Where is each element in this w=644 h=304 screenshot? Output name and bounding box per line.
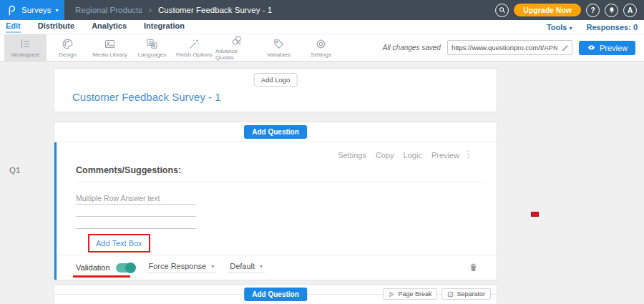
nav-tabs: Edit Distribute Analytics Integration [0, 21, 185, 33]
responses-count[interactable]: Responses: 0 [586, 23, 638, 31]
tab-distribute[interactable]: Distribute [38, 21, 74, 33]
toolbar-right: All changes saved Preview [383, 34, 644, 61]
trash-icon [469, 263, 478, 273]
topbar-actions: Upgrade Now ? A [495, 4, 644, 17]
notifications-button[interactable] [605, 4, 618, 17]
autosave-status: All changes saved [383, 44, 441, 52]
breadcrumb-current-survey: Customer Feedback Survey - 1 [158, 6, 272, 14]
add-logo-button[interactable]: Add Logo [254, 73, 298, 87]
survey-nav: Edit Distribute Analytics Integration To… [0, 20, 644, 34]
toolbar-item-finish-options[interactable]: Finish Options [173, 34, 215, 61]
next-section-strip: Add Question Page Break Separator [54, 284, 497, 304]
questionpro-logo-icon [6, 4, 17, 16]
chevron-down-icon: ▾ [56, 7, 59, 14]
add-question-button-bottom[interactable]: Add Question [244, 288, 307, 301]
editor-toolbar: Workspace Design Media Library Languages… [0, 34, 644, 62]
tag-icon [273, 38, 285, 50]
breadcrumb: Regional Products › Customer Feedback Su… [75, 5, 272, 15]
more-options-icon[interactable]: ⋮ [464, 149, 473, 160]
question-block: Settings Copy Logic Preview ⋮ Comments/S… [54, 142, 497, 280]
chevron-down-icon: ▾ [569, 25, 572, 31]
survey-title[interactable]: Customer Feedback Survey - 1 [72, 91, 221, 103]
chevron-down-icon: ▾ [260, 263, 263, 270]
gear-icon [315, 38, 327, 50]
answer-line[interactable] [76, 205, 196, 217]
survey-url-input[interactable] [448, 44, 561, 52]
toolbar-item-languages[interactable]: Languages [131, 34, 173, 61]
tab-analytics[interactable]: Analytics [92, 21, 127, 33]
preview-button[interactable]: Preview [579, 41, 635, 55]
question-preview-link[interactable]: Preview [431, 151, 459, 160]
question-action-menu: Settings Copy Logic Preview [338, 151, 459, 160]
tab-edit[interactable]: Edit [6, 21, 21, 33]
search-icon [499, 6, 506, 14]
toolbar-item-media-library[interactable]: Media Library [89, 34, 131, 61]
help-button[interactable]: ? [586, 4, 600, 17]
tab-integration[interactable]: Integration [144, 21, 185, 33]
question-prompt[interactable]: Comments/Suggestions: [76, 165, 181, 175]
edit-pencil-icon[interactable] [561, 44, 570, 52]
survey-url-field [447, 40, 572, 55]
toolbar-item-workspace[interactable]: Workspace [4, 34, 47, 61]
toolbar-item-settings[interactable]: Settings [300, 34, 342, 61]
breadcrumb-folder[interactable]: Regional Products [75, 6, 142, 14]
red-annotation-marker [531, 212, 539, 217]
translate-icon [146, 38, 158, 50]
question-footer: Validation Force Response ▾ Default ▾ [57, 255, 497, 280]
breadcrumb-separator: › [149, 5, 152, 15]
multirow-answer-area[interactable]: Multiple Row Answer text [76, 192, 196, 229]
avatar[interactable]: A [623, 4, 637, 17]
nav-right: Tools ▾ Responses: 0 [547, 23, 644, 31]
wand-icon [188, 38, 200, 50]
workspace-icon [19, 38, 31, 50]
add-question-button-top[interactable]: Add Question [244, 125, 307, 139]
add-question-strip: Add Question [54, 122, 497, 142]
question-number: Q1 [9, 166, 20, 175]
answer-line-placeholder[interactable]: Multiple Row Answer text [76, 192, 196, 205]
section-options: Page Break Separator [383, 288, 491, 300]
separator-button[interactable]: Separator [441, 288, 491, 300]
validation-control: Validation [76, 263, 135, 273]
surveys-menu-label: Surveys [21, 6, 52, 14]
surveys-menu[interactable]: Surveys ▾ [0, 0, 64, 20]
delete-question-button[interactable] [469, 263, 478, 273]
chevron-down-icon: ▾ [211, 263, 214, 270]
upgrade-now-button[interactable]: Upgrade Now [514, 4, 581, 16]
toolbar-item-advance-quotas[interactable]: Advance Quotas [215, 34, 258, 61]
links-icon [230, 34, 243, 46]
validation-toggle[interactable] [116, 263, 135, 273]
question-section-card: Add Question Settings Copy Logic Preview… [54, 122, 497, 280]
survey-header-card: Add Logo Customer Feedback Survey - 1 [54, 68, 497, 112]
toolbar-item-variables[interactable]: Variables [258, 34, 300, 61]
toolbar-items: Workspace Design Media Library Languages… [0, 34, 342, 61]
force-response-dropdown[interactable]: Force Response ▾ [147, 262, 217, 273]
tools-menu[interactable]: Tools ▾ [547, 23, 572, 31]
eye-icon [587, 44, 596, 52]
scissors-icon [389, 291, 395, 298]
validation-annotation-underline [73, 275, 130, 278]
search-button[interactable] [495, 4, 509, 17]
question-settings-link[interactable]: Settings [338, 151, 366, 160]
palette-icon [62, 38, 74, 50]
page-break-button[interactable]: Page Break [383, 288, 437, 300]
top-bar: Surveys ▾ Regional Products › Customer F… [0, 0, 644, 20]
answer-line[interactable] [76, 217, 196, 229]
checkbox-icon [447, 291, 454, 298]
question-copy-link[interactable]: Copy [376, 151, 394, 160]
bell-icon [608, 6, 615, 14]
toggle-knob-icon [125, 263, 136, 273]
toolbar-item-design[interactable]: Design [47, 34, 89, 61]
question-divider [74, 182, 486, 182]
validation-label: Validation [76, 263, 110, 272]
question-logic-link[interactable]: Logic [404, 151, 422, 160]
add-text-box-annotation-box: Add Text Box [88, 234, 150, 252]
image-icon [104, 38, 116, 50]
default-validation-dropdown[interactable]: Default ▾ [228, 262, 265, 273]
add-text-box-link[interactable]: Add Text Box [89, 235, 149, 251]
